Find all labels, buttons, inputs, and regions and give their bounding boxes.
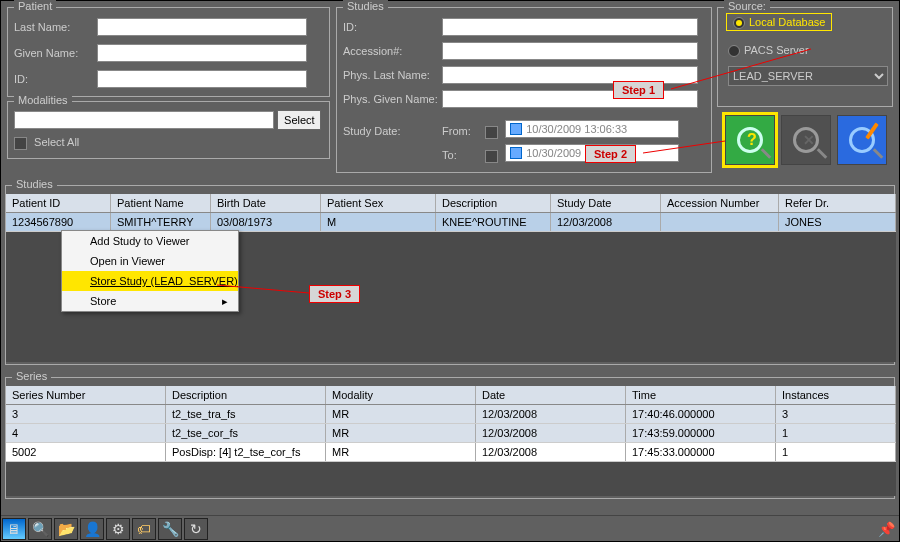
toolbar-settings-icon[interactable]: ⚙ — [106, 518, 130, 540]
phys-last-label: Phys. Last Name: — [343, 69, 439, 81]
source-local-option[interactable]: Local Database — [726, 13, 832, 31]
studies-search-legend: Studies — [343, 0, 388, 12]
study-id-label: ID: — [343, 21, 439, 33]
pacs-server-select[interactable]: LEAD_SERVER — [728, 66, 888, 86]
submenu-arrow-icon: ▸ — [222, 295, 228, 308]
modalities-select-button[interactable]: Select — [277, 110, 321, 130]
patient-group: Patient Last Name: Given Name: ID: — [7, 7, 330, 97]
series-header-row: Series Number Description Modality Date … — [6, 386, 896, 405]
last-name-input[interactable] — [97, 18, 307, 36]
col-study-date[interactable]: Study Date — [551, 194, 661, 212]
menu-open-viewer[interactable]: Open in Viewer — [62, 251, 238, 271]
col-series-date[interactable]: Date — [476, 386, 626, 404]
select-all-checkbox[interactable] — [14, 137, 27, 150]
accession-label: Accession#: — [343, 45, 439, 57]
calendar-icon — [510, 147, 522, 159]
accession-input[interactable] — [442, 42, 698, 60]
calendar-icon — [510, 123, 522, 135]
col-series-time[interactable]: Time — [626, 386, 776, 404]
source-legend: Source: — [724, 0, 770, 12]
series-empty-area — [6, 462, 896, 496]
toolbar-pin-icon[interactable]: 📌 — [874, 518, 898, 540]
col-patient-name[interactable]: Patient Name — [111, 194, 211, 212]
modalities-legend: Modalities — [14, 94, 72, 106]
col-patient-sex[interactable]: Patient Sex — [321, 194, 436, 212]
edit-search-button[interactable] — [837, 115, 887, 165]
radio-icon — [728, 45, 740, 57]
col-series-desc[interactable]: Description — [166, 386, 326, 404]
select-all-label: Select All — [34, 136, 79, 148]
col-modality[interactable]: Modality — [326, 386, 476, 404]
source-group: Source: Local Database PACS Server LEAD_… — [717, 7, 893, 107]
toolbar-refresh-icon[interactable]: ↻ — [184, 518, 208, 540]
series-row[interactable]: 3 t2_tse_tra_fs MR 12/03/2008 17:40:46.0… — [6, 405, 896, 424]
source-pacs-option[interactable]: PACS Server — [728, 44, 809, 57]
from-date-input[interactable]: 10/30/2009 13:06:33 — [505, 120, 679, 138]
study-id-input[interactable] — [442, 18, 698, 36]
col-description[interactable]: Description — [436, 194, 551, 212]
patient-legend: Patient — [14, 0, 56, 12]
toolbar-tool-icon[interactable]: 🔧 — [158, 518, 182, 540]
studies-header-row: Patient ID Patient Name Birth Date Patie… — [6, 194, 896, 213]
series-table-legend: Series — [12, 370, 51, 382]
to-checkbox[interactable] — [485, 150, 498, 163]
step3-callout: Step 3 — [309, 285, 360, 303]
toolbar-monitor-icon[interactable]: 🖥 — [2, 518, 26, 540]
series-row[interactable]: 4 t2_tse_cor_fs MR 12/03/2008 17:43:59.0… — [6, 424, 896, 443]
col-refer-dr[interactable]: Refer Dr. — [779, 194, 896, 212]
toolbar-browser-icon[interactable]: 📂 — [54, 518, 78, 540]
search-button[interactable]: ? — [725, 115, 775, 165]
phys-given-label: Phys. Given Name: — [343, 93, 439, 105]
from-label: From: — [442, 125, 482, 137]
col-patient-id[interactable]: Patient ID — [6, 194, 111, 212]
series-table-group: Series Series Number Description Modalit… — [5, 377, 895, 499]
modalities-group: Modalities Select Select All — [7, 101, 330, 159]
patient-id-label: ID: — [14, 73, 94, 85]
radio-selected-icon — [733, 17, 745, 29]
clear-search-button[interactable]: ✕ — [781, 115, 831, 165]
from-checkbox[interactable] — [485, 126, 498, 139]
step2-callout: Step 2 — [585, 145, 636, 163]
toolbar-label-icon[interactable]: 🏷 — [132, 518, 156, 540]
given-name-input[interactable] — [97, 44, 307, 62]
menu-store-submenu[interactable]: Store▸ — [62, 291, 238, 311]
toolbar-user-icon[interactable]: 👤 — [80, 518, 104, 540]
menu-add-study[interactable]: Add Study to Viewer — [62, 231, 238, 251]
patient-id-input[interactable] — [97, 70, 307, 88]
toolbar-search-icon[interactable]: 🔍 — [28, 518, 52, 540]
col-birth-date[interactable]: Birth Date — [211, 194, 321, 212]
col-series-number[interactable]: Series Number — [6, 386, 166, 404]
series-row[interactable]: 5002 PosDisp: [4] t2_tse_cor_fs MR 12/03… — [6, 443, 896, 462]
menu-store-study[interactable]: Store Study (LEAD_SERVER) — [62, 271, 238, 291]
col-accession[interactable]: Accession Number — [661, 194, 779, 212]
step1-callout: Step 1 — [613, 81, 664, 99]
col-instances[interactable]: Instances — [776, 386, 896, 404]
context-menu: Add Study to Viewer Open in Viewer Store… — [61, 230, 239, 312]
studies-table-legend: Studies — [12, 178, 57, 190]
last-name-label: Last Name: — [14, 21, 94, 33]
to-label: To: — [442, 149, 482, 161]
modalities-input[interactable] — [14, 111, 274, 129]
study-date-label: Study Date: — [343, 125, 439, 137]
bottom-toolbar: 🖥 🔍 📂 👤 ⚙ 🏷 🔧 ↻ 📌 — [1, 515, 899, 541]
given-name-label: Given Name: — [14, 47, 94, 59]
